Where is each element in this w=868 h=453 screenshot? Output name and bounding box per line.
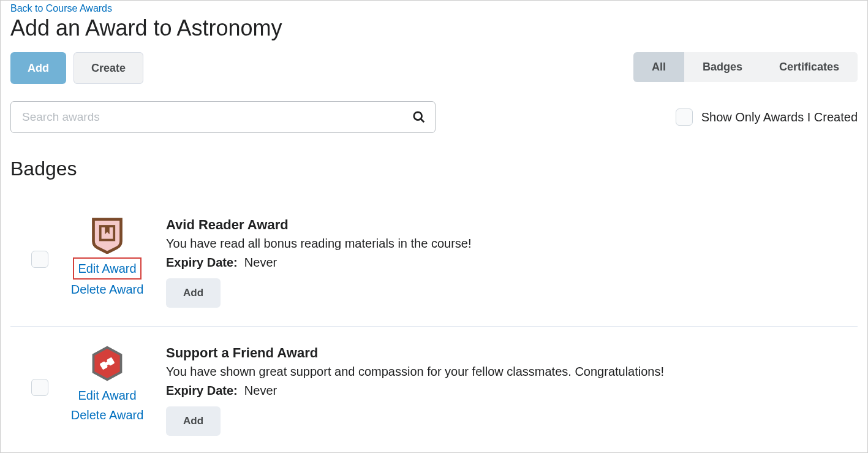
award-description: You have shown great support and compass… — [166, 365, 858, 379]
reader-badge-icon — [89, 217, 126, 254]
award-select-checkbox[interactable] — [31, 379, 48, 396]
filter-tabs: All Badges Certificates — [633, 52, 858, 82]
award-title: Support a Friend Award — [166, 345, 858, 361]
award-expiry: Expiry Date: Never — [166, 384, 858, 398]
edit-award-link[interactable]: Edit Award — [73, 257, 141, 280]
search-icon[interactable] — [412, 110, 426, 124]
award-item: Edit Award Delete Award Avid Reader Awar… — [10, 205, 858, 320]
expiry-label: Expiry Date: — [166, 256, 238, 269]
expiry-value: Never — [244, 384, 277, 397]
delete-award-link[interactable]: Delete Award — [71, 280, 144, 299]
back-link[interactable]: Back to Course Awards — [10, 3, 112, 14]
expiry-label: Expiry Date: — [166, 384, 238, 397]
filter-tab-certificates[interactable]: Certificates — [761, 52, 858, 82]
search-input[interactable] — [10, 101, 436, 133]
page-title: Add an Award to Astronomy — [10, 15, 858, 41]
award-select-checkbox[interactable] — [31, 251, 48, 268]
add-button[interactable]: Add — [10, 52, 66, 84]
expiry-value: Never — [244, 256, 277, 269]
edit-award-link[interactable]: Edit Award — [78, 386, 136, 405]
award-title: Avid Reader Award — [166, 217, 858, 233]
award-description: You have read all bonus reading material… — [166, 237, 858, 251]
add-award-button[interactable]: Add — [166, 278, 221, 308]
svg-point-0 — [414, 112, 422, 120]
search-wrapper — [10, 101, 436, 133]
filter-tab-all[interactable]: All — [633, 52, 684, 82]
add-award-button[interactable]: Add — [166, 406, 221, 436]
show-only-mine-label: Show Only Awards I Created — [701, 110, 858, 124]
svg-line-1 — [421, 119, 425, 123]
primary-button-group: Add Create — [10, 52, 143, 84]
award-expiry: Expiry Date: Never — [166, 256, 858, 270]
show-only-mine-checkbox[interactable] — [676, 108, 693, 126]
award-item: Edit Award Delete Award Support a Friend… — [10, 326, 858, 448]
filter-tab-badges[interactable]: Badges — [684, 52, 761, 82]
create-button[interactable]: Create — [74, 52, 143, 84]
support-badge-icon — [89, 345, 126, 382]
delete-award-link[interactable]: Delete Award — [71, 405, 144, 425]
section-title-badges: Badges — [10, 158, 858, 180]
